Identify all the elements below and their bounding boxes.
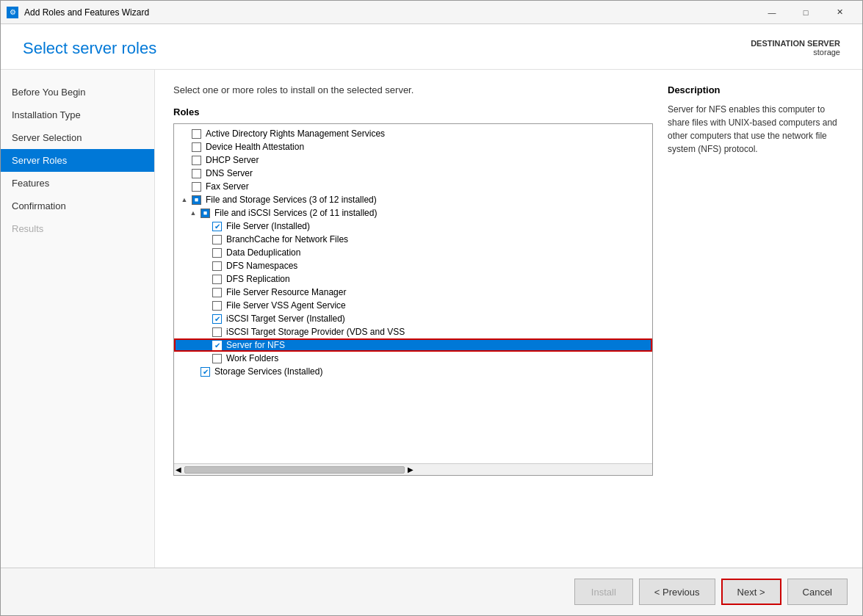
role-label-dd: Data Deduplication [226,247,300,258]
scroll-left-btn[interactable]: ◀ [176,465,181,474]
description-title: Description [668,84,844,95]
role-label-fs: File Server (Installed) [226,221,310,231]
expand-icon-dns [180,169,189,178]
role-item-adrms[interactable]: Active Directory Rights Management Servi… [174,127,652,140]
checkbox-iscsiprov[interactable] [212,327,222,337]
expand-icon-dhcp [180,156,189,164]
role-item-fsrm[interactable]: File Server Resource Manager [174,286,652,299]
role-item-fsvss[interactable]: File Server VSS Agent Service [174,299,652,312]
role-item-fis[interactable]: ▲ ■ File and iSCSI Services (2 of 11 ins… [174,206,652,220]
expand-icon-dha [180,142,189,151]
scroll-thumb[interactable] [184,466,405,474]
main-window: ⚙ Add Roles and Features Wizard — □ ✕ Se… [0,0,863,616]
expand-icon-fsvss [201,301,209,310]
expand-icon-dfsn [201,261,209,270]
role-label-dns: DNS Server [206,168,253,178]
expand-icon-fs [201,222,209,231]
minimize-button[interactable]: — [755,1,789,24]
role-item-fas[interactable]: ▲ ■ File and Storage Services (3 of 12 i… [174,193,652,206]
expand-icon-nfs [201,341,209,349]
sidebar: Before You Begin Installation Type Serve… [1,70,155,568]
page-title: Select server roles [23,39,156,58]
expand-icon-iscsiprov [201,327,209,336]
sidebar-item-server-roles[interactable]: Server Roles [1,149,154,172]
roles-label: Roles [173,106,653,117]
checkbox-dhcp[interactable] [192,156,201,165]
expand-icon-ss [189,367,198,376]
checkbox-fis[interactable]: ■ [201,209,210,218]
main-body: Before You Begin Installation Type Serve… [1,70,862,568]
checkbox-wf[interactable] [212,354,222,363]
role-item-nfs[interactable]: ✔ Server for NFS [174,338,652,352]
expand-icon-fax [180,182,189,191]
checkbox-fs[interactable]: ✔ [212,222,222,231]
checkbox-dd[interactable] [212,248,222,258]
expand-icon-dfsr [201,275,209,283]
role-item-dha[interactable]: Device Health Attestation [174,140,652,153]
sidebar-item-before-you-begin[interactable]: Before You Begin [1,81,154,104]
expand-icon-fas: ▲ [180,195,189,204]
checkbox-fax[interactable] [192,182,201,192]
horizontal-scrollbar[interactable]: ◀ ▶ [174,463,652,475]
sidebar-item-features[interactable]: Features [1,172,154,195]
role-item-iscsiprov[interactable]: iSCSI Target Storage Provider (VDS and V… [174,325,652,338]
checkbox-iscsi[interactable]: ✔ [212,314,222,324]
role-item-dns[interactable]: DNS Server [174,167,652,180]
expand-icon-bcnf [201,235,209,244]
role-item-fs[interactable]: ✔ File Server (Installed) [174,220,652,233]
sidebar-item-results: Results [1,217,154,240]
roles-panel: Select one or more roles to install on t… [173,84,653,553]
maximize-button[interactable]: □ [789,1,823,24]
sidebar-item-installation-type[interactable]: Installation Type [1,104,154,126]
checkbox-ss[interactable]: ✔ [201,367,210,377]
role-item-dfsn[interactable]: DFS Namespaces [174,259,652,272]
roles-list: Active Directory Rights Management Servi… [174,124,652,381]
checkbox-nfs[interactable]: ✔ [212,341,222,350]
role-label-dfsr: DFS Replication [226,274,290,284]
previous-button[interactable]: < Previous [639,579,715,605]
role-item-bcnf[interactable]: BranchCache for Network Files [174,233,652,246]
instruction-text: Select one or more roles to install on t… [173,84,653,95]
checkbox-fas[interactable]: ■ [192,195,201,205]
role-item-wf[interactable]: Work Folders [174,352,652,365]
role-item-ss[interactable]: ✔ Storage Services (Installed) [174,365,652,378]
sidebar-item-confirmation[interactable]: Confirmation [1,195,154,217]
expand-icon-iscsi [201,314,209,323]
cancel-button[interactable]: Cancel [787,579,848,605]
roles-list-container[interactable]: Active Directory Rights Management Servi… [173,123,653,476]
checkbox-dfsr[interactable] [212,275,222,284]
destination-value: storage [751,48,840,57]
role-label-iscsiprov: iSCSI Target Storage Provider (VDS and V… [226,327,405,337]
expand-icon-wf [201,354,209,363]
checkbox-dha[interactable] [192,142,201,152]
content-area: Select server roles DESTINATION SERVER s… [1,24,862,615]
next-button[interactable]: Next > [721,579,781,605]
checkbox-bcnf[interactable] [212,235,222,244]
checkbox-dfsn[interactable] [212,261,222,271]
window-title: Add Roles and Features Wizard [24,7,755,18]
main-content: Select one or more roles to install on t… [155,70,862,568]
sidebar-item-server-selection[interactable]: Server Selection [1,126,154,149]
role-item-fax[interactable]: Fax Server [174,180,652,193]
role-label-fis: File and iSCSI Services (2 of 11 install… [214,208,377,218]
role-label-adrms: Active Directory Rights Management Servi… [206,128,385,139]
expand-icon-adrms [180,129,189,138]
role-label-dfsn: DFS Namespaces [226,261,297,271]
role-label-fas: File and Storage Services (3 of 12 insta… [206,195,377,205]
close-button[interactable]: ✕ [823,1,856,24]
role-label-nfs: Server for NFS [226,340,285,350]
role-item-dfsr[interactable]: DFS Replication [174,272,652,286]
role-item-iscsi[interactable]: ✔ iSCSI Target Server (Installed) [174,312,652,325]
checkbox-adrms[interactable] [192,129,201,139]
role-label-fsvss: File Server VSS Agent Service [226,300,346,311]
checkbox-fsrm[interactable] [212,288,222,297]
checkbox-dns[interactable] [192,169,201,178]
scroll-right-btn[interactable]: ▶ [408,465,414,474]
install-button[interactable]: Install [574,579,633,605]
role-item-dd[interactable]: Data Deduplication [174,246,652,259]
role-label-dha: Device Health Attestation [206,142,304,152]
role-item-dhcp[interactable]: DHCP Server [174,153,652,167]
header-section: Select server roles DESTINATION SERVER s… [1,24,862,70]
role-label-bcnf: BranchCache for Network Files [226,234,348,244]
checkbox-fsvss[interactable] [212,301,222,311]
